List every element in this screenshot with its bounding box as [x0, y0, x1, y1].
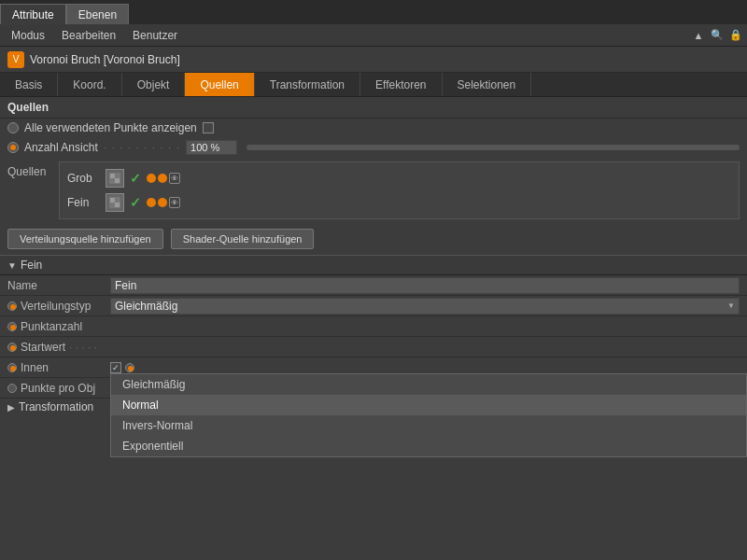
fein-section-header: ▼ Fein — [0, 255, 747, 275]
object-title: Voronoi Bruch [Voronoi Bruch] — [30, 53, 180, 66]
orange-icons-grob: 👁 — [147, 173, 180, 184]
dropdown-menu: Gleichmäßig Normal Invers-Normal Exponen… — [110, 373, 747, 457]
dots-separator: · · · · · · · · · · — [104, 141, 180, 154]
tab-transformation[interactable]: Transformation — [255, 73, 360, 96]
quellen-box-wrapper: Quellen Grob ✓ 👁 Fein — [0, 158, 747, 223]
svg-rect-4 — [110, 198, 115, 203]
check-fein[interactable]: ✓ — [130, 195, 141, 210]
shader-quelle-btn[interactable]: Shader-Quelle hinzufügen — [171, 229, 315, 249]
tab-ebenen[interactable]: Ebenen — [66, 4, 129, 24]
option-invers-normal[interactable]: Invers-Normal — [111, 415, 746, 436]
name-input[interactable] — [110, 277, 740, 294]
verteilungstyp-dropdown[interactable]: Gleichmäßig ▼ — [110, 298, 740, 315]
quellen-section-header: Quellen — [0, 97, 747, 119]
nav-icon[interactable]: ▲ — [691, 28, 706, 43]
menu-modus[interactable]: Modus — [4, 27, 52, 44]
eye-icon-grob[interactable]: 👁 — [169, 173, 180, 184]
tab-koord[interactable]: Koord. — [58, 73, 121, 96]
transformation-label: Transformation — [19, 400, 93, 413]
transformation-triangle-icon: ▶ — [7, 402, 15, 413]
radio-row-anzahl: Anzahl Ansicht · · · · · · · · · · — [0, 137, 747, 158]
option-gleichmassig[interactable]: Gleichmäßig — [111, 374, 746, 395]
anzahl-slider[interactable] — [247, 145, 740, 150]
name-label: Name — [7, 279, 110, 292]
radio-alle-label: Alle verwendeten Punkte anzeigen — [24, 121, 197, 134]
verteilungstyp-label: Verteilungstyp — [7, 300, 110, 313]
checkbox-alle[interactable] — [203, 122, 214, 133]
eye-icon-fein[interactable]: 👁 — [169, 197, 180, 208]
orange-dot-fein-1 — [147, 198, 156, 207]
menu-icons: ▲ 🔍 🔒 — [691, 28, 743, 43]
quellen-thumb-fein[interactable] — [106, 193, 124, 212]
quellen-label-fein: Fein — [67, 196, 100, 209]
radio-anzahl[interactable] — [7, 142, 19, 153]
radio-alle[interactable] — [7, 122, 19, 133]
check-grob[interactable]: ✓ — [130, 171, 141, 186]
radio-punkte[interactable] — [7, 384, 17, 393]
dropdown-arrow-icon: ▼ — [727, 301, 735, 310]
tab-effektoren[interactable]: Effektoren — [360, 73, 442, 96]
innen-checkbox[interactable]: ✓ — [110, 362, 121, 373]
section-tabs: Basis Koord. Objekt Quellen Transformati… — [0, 73, 747, 97]
triangle-icon: ▼ — [7, 260, 17, 271]
quellen-box-label: Quellen — [7, 161, 59, 219]
punktanzahl-label: Punktanzahl — [7, 320, 110, 333]
quellen-label-grob: Grob — [67, 172, 100, 185]
svg-rect-1 — [110, 174, 115, 178]
quellen-item-grob: Grob ✓ 👁 — [60, 166, 739, 190]
percent-input[interactable] — [186, 140, 237, 155]
tab-selektionen[interactable]: Selektionen — [443, 73, 532, 96]
punktanzahl-field-row: Punktanzahl — [0, 316, 747, 337]
option-exponentiell[interactable]: Exponentiell — [111, 436, 746, 456]
radio-innen-2[interactable] — [125, 363, 134, 372]
tab-basis[interactable]: Basis — [0, 73, 58, 96]
title-bar: V Voronoi Bruch [Voronoi Bruch] — [0, 47, 747, 73]
orange-dot-fein-2 — [158, 198, 167, 207]
verteilungstyp-field-row: Verteilungstyp Gleichmäßig ▼ — [0, 296, 747, 316]
fein-header-label: Fein — [21, 259, 42, 272]
startwert-label: Startwert · · · · · — [7, 341, 110, 354]
tab-quellen[interactable]: Quellen — [185, 73, 254, 96]
name-field-row: Name — [0, 275, 747, 296]
innen-label: Innen — [7, 361, 110, 374]
punkte-pro-obj-label: Punkte pro Obj — [7, 382, 110, 395]
quellen-box: Grob ✓ 👁 Fein — [59, 161, 740, 219]
svg-rect-5 — [115, 203, 120, 207]
startwert-field-row: Startwert · · · · · — [0, 337, 747, 357]
verteilungsquelle-btn[interactable]: Verteilungsquelle hinzufügen — [7, 229, 163, 249]
dropdown-current-value: Gleichmäßig — [115, 300, 177, 313]
option-normal[interactable]: Normal — [111, 395, 746, 415]
lock-icon[interactable]: 🔒 — [728, 28, 743, 43]
radio-anzahl-label: Anzahl Ansicht — [24, 141, 98, 154]
radio-row-alle: Alle verwendeten Punkte anzeigen — [0, 119, 747, 137]
object-icon: V — [7, 51, 24, 68]
radio-startwert[interactable] — [7, 343, 17, 352]
tab-objekt[interactable]: Objekt — [122, 73, 186, 96]
orange-dot-grob-2 — [158, 174, 167, 183]
search-icon[interactable]: 🔍 — [710, 28, 725, 43]
menu-benutzer[interactable]: Benutzer — [125, 27, 185, 44]
quellen-item-fein: Fein ✓ 👁 — [60, 190, 739, 215]
radio-verteilungstyp[interactable] — [7, 301, 17, 311]
tab-attribute[interactable]: Attribute — [0, 4, 66, 24]
top-tab-bar: Attribute Ebenen — [0, 0, 747, 24]
button-row: Verteilungsquelle hinzufügen Shader-Quel… — [0, 223, 747, 255]
radio-innen[interactable] — [7, 363, 17, 372]
orange-dot-grob-1 — [147, 174, 156, 183]
radio-punktanzahl[interactable] — [7, 322, 17, 331]
orange-icons-fein: 👁 — [147, 197, 180, 208]
svg-rect-2 — [115, 178, 120, 183]
quellen-thumb-grob[interactable] — [106, 169, 124, 188]
menu-bearbeiten[interactable]: Bearbeiten — [54, 27, 123, 44]
menu-bar: Modus Bearbeiten Benutzer ▲ 🔍 🔒 — [0, 24, 747, 47]
